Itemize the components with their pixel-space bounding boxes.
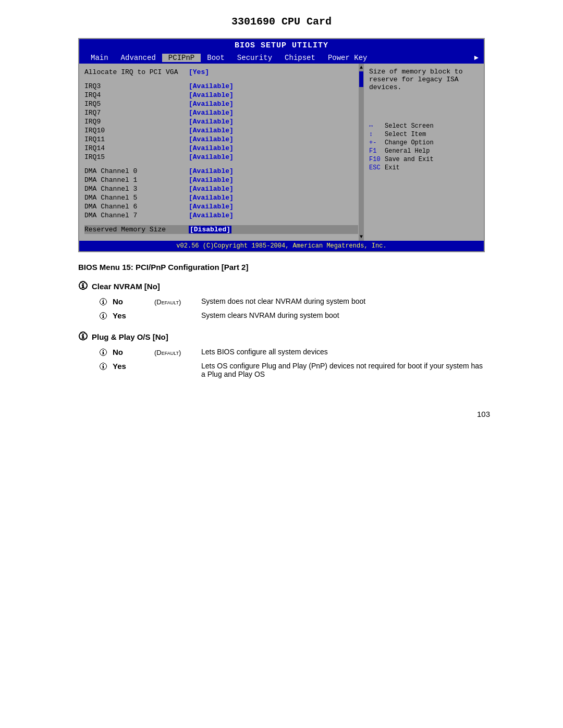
bios-value-irq4: [Available]: [189, 91, 234, 99]
bios-key-row-f10: F10 Save and Exit: [369, 156, 479, 163]
bios-row-dma7[interactable]: DMA Channel 7 [Available]: [84, 211, 358, 220]
bios-label-irq3: IRQ3: [84, 82, 189, 90]
sub-default-no-2: (Default): [154, 349, 201, 356]
sub-desc-no-1: System does not clear NVRAM during syste…: [201, 297, 485, 305]
bios-key-desc-change: Change Option: [385, 139, 434, 146]
menu-item-boot[interactable]: Boot: [201, 54, 231, 62]
bios-row-irq7[interactable]: IRQ7 [Available]: [84, 108, 358, 117]
bios-key-row-f1: F1 General Help: [369, 147, 479, 155]
bios-value-irq15: [Available]: [189, 153, 234, 161]
page-title: 3301690 CPU Card: [0, 0, 563, 38]
bios-value-irq11: [Available]: [189, 135, 234, 143]
bios-content: Allocate IRQ to PCI VGA [Yes] IRQ3 [Avai…: [79, 64, 484, 241]
bios-key-plusminus: +-: [369, 139, 385, 146]
menu-item-main[interactable]: Main: [84, 54, 115, 62]
bios-value-allocate: [Yes]: [189, 68, 209, 76]
bios-row-reserved[interactable]: Reserved Memory Size [Disabled]: [84, 225, 358, 234]
bios-label-irq14: IRQ14: [84, 144, 189, 152]
bios-label-irq4: IRQ4: [84, 91, 189, 99]
bios-row-irq3[interactable]: IRQ3 [Available]: [84, 82, 358, 91]
pnp-label: Plug & Play O/S [No]: [92, 332, 168, 341]
bios-label-irq9: IRQ9: [84, 118, 189, 126]
bios-label-dma5: DMA Channel 5: [84, 194, 189, 202]
sub-default-no-1: (Default): [154, 298, 201, 306]
bios-key-row-change: +- Change Option: [369, 139, 479, 146]
menu-arrow-right: ►: [474, 54, 479, 62]
sub-desc-no-2: Lets BIOS configure all system devices: [201, 348, 485, 356]
bios-row-allocate[interactable]: Allocate IRQ to PCI VGA [Yes]: [84, 68, 358, 77]
scrollbar-thumb[interactable]: [359, 71, 363, 87]
bios-row-irq4[interactable]: IRQ4 [Available]: [84, 91, 358, 100]
sub-icon-no-1: 🛈: [99, 298, 107, 307]
sub-icon-yes-2: 🛈: [99, 362, 107, 372]
doc-section-title: BIOS Menu 15: PCI/PnP Configuration [Par…: [78, 263, 485, 272]
bios-label-irq11: IRQ11: [84, 135, 189, 143]
bios-footer: v02.56 (C)Copyright 1985-2004, American …: [79, 241, 484, 251]
bios-row-dma3[interactable]: DMA Channel 3 [Available]: [84, 184, 358, 193]
bios-row-irq9[interactable]: IRQ9 [Available]: [84, 117, 358, 126]
bios-value-irq10: [Available]: [189, 127, 234, 134]
bios-main-panel-wrap: Allocate IRQ to PCI VGA [Yes] IRQ3 [Avai…: [79, 64, 364, 241]
bios-row-irq14[interactable]: IRQ14 [Available]: [84, 144, 358, 153]
sub-icon-no-2: 🛈: [99, 348, 107, 357]
bios-key-desc-select-item: Select Item: [385, 131, 426, 138]
sub-label-no-1: No: [113, 297, 154, 306]
clear-nvram-label: Clear NVRAM [No]: [92, 282, 160, 291]
bios-row-irq11[interactable]: IRQ11 [Available]: [84, 135, 358, 144]
bios-label-dma6: DMA Channel 6: [84, 203, 189, 211]
bios-value-dma6: [Available]: [189, 203, 234, 211]
bios-label-dma7: DMA Channel 7: [84, 212, 189, 219]
bios-title-bar: BIOS SETUP UTILITY: [79, 39, 484, 52]
bios-value-irq5: [Available]: [189, 100, 234, 108]
bios-value-irq3: [Available]: [189, 82, 234, 90]
bios-value-irq9: [Available]: [189, 118, 234, 126]
menu-item-chipset[interactable]: Chipset: [278, 54, 322, 62]
bios-row-dma5[interactable]: DMA Channel 5 [Available]: [84, 193, 358, 202]
bios-row-dma1[interactable]: DMA Channel 1 [Available]: [84, 176, 358, 184]
page-number: 103: [0, 389, 563, 429]
bios-key-arrows: ↔: [369, 122, 385, 130]
menu-item-powerkey[interactable]: Power Key: [322, 54, 374, 62]
bios-row-irq15[interactable]: IRQ15 [Available]: [84, 153, 358, 162]
doc-sub-clear-nvram-no: 🛈 No (Default) System does not clear NVR…: [99, 297, 485, 307]
bios-row-dma0[interactable]: DMA Channel 0 [Available]: [84, 167, 358, 176]
sub-label-yes-2: Yes: [113, 362, 154, 371]
bios-value-dma3: [Available]: [189, 185, 234, 193]
scrollbar[interactable]: ▲ ▼: [359, 64, 364, 241]
bios-menu-bar: Main Advanced PCIPnP Boot Security Chips…: [79, 52, 484, 64]
bios-key-desc-f10: Save and Exit: [385, 156, 434, 163]
bios-key-desc-esc: Exit: [385, 164, 400, 171]
sub-label-yes-1: Yes: [113, 311, 154, 320]
menu-item-pcipnp[interactable]: PCIPnP: [162, 54, 201, 62]
bios-keys-section: ↔ Select Screen ↕ Select Item +- Change …: [369, 122, 479, 171]
doc-option-pnp: 🛈 Plug & Play O/S [No] 🛈 No (Default) Le…: [78, 331, 485, 378]
bios-label-reserved: Reserved Memory Size: [84, 226, 189, 233]
bios-value-dma0: [Available]: [189, 167, 234, 175]
bios-label-irq5: IRQ5: [84, 100, 189, 108]
bios-key-esc: ESC: [369, 164, 385, 171]
bios-value-dma7: [Available]: [189, 212, 234, 219]
bios-row-irq10[interactable]: IRQ10 [Available]: [84, 126, 358, 135]
doc-section: BIOS Menu 15: PCI/PnP Configuration [Par…: [78, 263, 485, 378]
bios-label-dma3: DMA Channel 3: [84, 185, 189, 193]
bios-label-irq15: IRQ15: [84, 153, 189, 161]
bios-value-irq7: [Available]: [189, 109, 234, 117]
scroll-up-icon: ▲: [360, 65, 363, 70]
bios-label-allocate: Allocate IRQ to PCI VGA: [84, 68, 189, 76]
bios-value-irq14: [Available]: [189, 144, 234, 152]
sub-desc-yes-1: System clears NVRAM during system boot: [201, 311, 485, 319]
menu-item-advanced[interactable]: Advanced: [115, 54, 162, 62]
bios-value-reserved: [Disabled]: [189, 226, 231, 233]
sub-icon-yes-1: 🛈: [99, 312, 107, 321]
bios-value-dma5: [Available]: [189, 194, 234, 202]
bios-right-panel: Size of memory block to reserve for lega…: [364, 64, 484, 241]
bios-key-f10: F10: [369, 156, 385, 163]
bios-row-dma6[interactable]: DMA Channel 6 [Available]: [84, 202, 358, 211]
bios-row-irq5[interactable]: IRQ5 [Available]: [84, 100, 358, 108]
bios-container: BIOS SETUP UTILITY Main Advanced PCIPnP …: [78, 38, 485, 252]
doc-option-clear-nvram: 🛈 Clear NVRAM [No] 🛈 No (Default) System…: [78, 281, 485, 321]
bios-key-desc-select-screen: Select Screen: [385, 122, 434, 130]
menu-item-security[interactable]: Security: [231, 54, 278, 62]
bios-value-dma1: [Available]: [189, 176, 234, 184]
doc-sub-pnp-yes: 🛈 Yes Lets OS configure Plug and Play (P…: [99, 362, 485, 378]
